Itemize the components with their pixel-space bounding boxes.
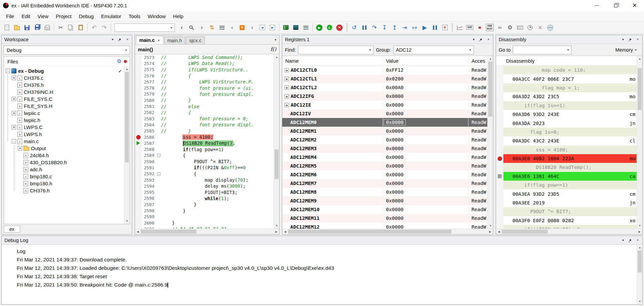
scroll-up-icon[interactable]: ▲ [637, 56, 643, 62]
code-text[interactable]: // font_pressure = (ui. [161, 85, 274, 91]
disassembly-gutter[interactable] [496, 66, 503, 74]
code-text[interactable]: // LWPS_Data_Read(); [161, 61, 274, 66]
register-row-adc12mem7[interactable]: ADC12MEM70x0000ReadW [282, 179, 487, 188]
disassembly-horizontal-scrollbar[interactable]: ◀ ▶ [496, 229, 642, 234]
step-into-button[interactable]: ↧ [380, 23, 389, 33]
disassembly-gutter[interactable] [496, 128, 503, 136]
editor-gutter[interactable] [135, 110, 142, 116]
editor-gutter[interactable] [135, 60, 142, 66]
scroll-up-icon[interactable]: ▲ [637, 245, 643, 250]
register-value[interactable]: 0x0000 [383, 205, 468, 214]
column-header-value[interactable]: Value [383, 56, 468, 65]
code-text[interactable]: // } [161, 98, 274, 103]
register-row-adc12mem2[interactable]: ADC12MEM20x0000ReadW [282, 135, 487, 144]
clock-button[interactable] [525, 23, 535, 33]
code-text[interactable]: // font_pressure_displ. [161, 122, 274, 127]
editor-gutter[interactable] [135, 116, 142, 122]
workspace-tab-ex[interactable]: ex [4, 226, 20, 233]
editor-gutter[interactable] [135, 201, 142, 207]
workspace-close-button[interactable]: × [124, 36, 131, 43]
disassembly-gutter[interactable] [496, 216, 503, 225]
debug-log-close-button[interactable]: × [635, 237, 641, 243]
disassembly-menu-button[interactable]: ▾ [620, 36, 626, 43]
disassembly-gutter[interactable] [496, 119, 503, 127]
navigate-forward-button[interactable]: ▶ [267, 23, 277, 33]
code-text[interactable]: // { [161, 110, 274, 115]
find-previous-button[interactable]: ‹ [177, 23, 187, 33]
disassembly-gutter[interactable] [496, 74, 503, 83]
code-text[interactable]: // LWPS_VirStructure.P. [161, 79, 274, 84]
disassembly-gutter[interactable] [496, 172, 503, 181]
register-row-adc12mem10[interactable]: ADC12MEM100x0000ReadW [282, 205, 487, 214]
disassembly-gutter[interactable] [496, 225, 503, 229]
tree-item-file-sys-h[interactable]: hFILE_SYS.H [4, 103, 124, 110]
registers-find-combo[interactable]: ▾ [298, 46, 374, 54]
column-header-access[interactable]: Acces [468, 56, 487, 65]
editor-gutter[interactable] [135, 73, 142, 79]
expand-toggle-icon[interactable]: + [12, 76, 16, 80]
expand-toggle-icon[interactable]: - [6, 69, 10, 73]
tree-item-bmp180-h[interactable]: hbmp180.h [4, 180, 124, 187]
scroll-right-icon[interactable]: ▶ [274, 229, 279, 235]
code-text[interactable]: } [161, 202, 274, 207]
debug-log-content[interactable]: LogFri Mar 12, 2021 14:39:37: Download c… [2, 245, 637, 304]
register-value[interactable]: 0x0000 [383, 162, 468, 170]
find-combo[interactable]: ▾ [114, 23, 175, 32]
scrollbar-thumb[interactable] [638, 250, 642, 272]
tree-item-ex-debug[interactable]: -ex - Debug✓ [4, 67, 124, 74]
stop-debugging-button[interactable]: × [440, 23, 450, 33]
tree-item-lwps-c[interactable]: +cLWPS.C [4, 124, 124, 131]
register-row-adc12mem6[interactable]: ADC12MEM60x0000ReadW [282, 170, 487, 179]
scroll-down-icon[interactable]: ▼ [637, 223, 643, 229]
code-text[interactable]: // { [161, 73, 274, 78]
registers-menu-button[interactable]: ▾ [470, 36, 477, 43]
disassembly-gutter[interactable] [496, 198, 503, 207]
redo-button[interactable]: ↷ [99, 23, 109, 33]
scroll-left-icon[interactable]: ◀ [496, 229, 502, 235]
editor-gutter[interactable] [135, 146, 142, 152]
disassembly-gutter[interactable] [496, 154, 503, 163]
code-text[interactable]: while(1); [161, 196, 274, 201]
step-out-button[interactable]: ↥ [390, 23, 399, 33]
editor-gutter[interactable] [135, 183, 142, 189]
editor-gutter[interactable] [135, 226, 142, 229]
goto-address-combo[interactable]: ▾ [513, 46, 572, 54]
toolbar-grip[interactable] [452, 23, 453, 32]
register-value[interactable]: 0x0000 [383, 214, 468, 223]
code-text[interactable]: P9OUT ^= BIT7; [161, 159, 274, 164]
editor-gutter[interactable] [135, 220, 142, 226]
scroll-left-icon[interactable]: ◀ [135, 229, 141, 235]
open-file-button[interactable] [12, 23, 22, 33]
scrollbar-thumb[interactable] [125, 72, 129, 163]
scrollbar-thumb[interactable] [488, 62, 492, 117]
restore-button[interactable] [606, 0, 625, 11]
register-row-adc12iv[interactable]: ADC12IV0x0000ReadW [282, 109, 487, 118]
scrollbar-thumb[interactable] [638, 68, 642, 110]
disassembly-gutter[interactable] [496, 92, 503, 101]
step-over-button[interactable]: ↷ [369, 23, 379, 33]
spring-button[interactable]: ≈ [495, 23, 505, 33]
disassembly-gutter[interactable] [496, 181, 503, 189]
scrollbar-thumb[interactable] [275, 149, 279, 179]
menu-item-tools[interactable]: Tools [125, 11, 144, 21]
gie-indicator[interactable]: GIE [465, 23, 475, 33]
next-statement-button[interactable]: ⇥ [400, 23, 409, 33]
register-row-adc12ie[interactable]: +ADC12IE0x0000ReadW [282, 101, 487, 109]
chevron-down-icon[interactable]: ▾ [168, 26, 175, 29]
disassembly-gutter[interactable] [496, 163, 503, 172]
code-text[interactable]: // } [161, 128, 274, 134]
menu-item-help[interactable]: Help [169, 11, 187, 21]
register-row-adc12ctl1[interactable]: +ADC12CTL10x0200ReadW [282, 74, 487, 83]
editor-gutter[interactable] [135, 207, 142, 213]
stop-build-button[interactable]: × [335, 23, 344, 33]
editor-vertical-scrollbar[interactable]: ▲ ▼ [274, 54, 279, 229]
code-text[interactable]: P1OUT|=BIT3; [161, 190, 274, 195]
disassembly-gutter[interactable] [496, 207, 503, 216]
register-value[interactable]: 0x0000 [383, 135, 468, 144]
editor-gutter[interactable] [135, 134, 142, 140]
code-text[interactable]: // font_pressure = 0; [161, 116, 274, 121]
scrollbar-thumb[interactable] [288, 230, 451, 234]
tree-item-lwpiic-h[interactable]: hlwpiic.h [4, 117, 124, 124]
options-gear-icon[interactable]: ⚙ [117, 59, 121, 64]
code-text[interactable]: if(flag_pow==1) [161, 147, 274, 152]
